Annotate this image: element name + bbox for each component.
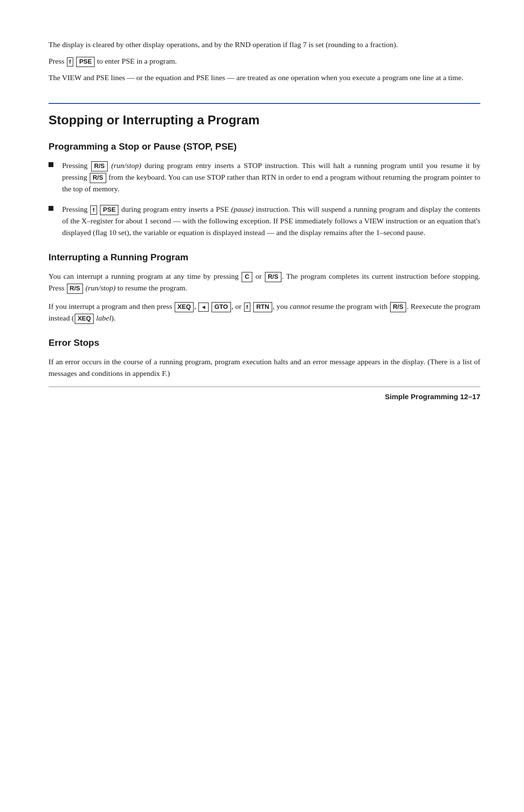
bullet-list-stop-pause: Pressing R/S (run/stop) during program e… <box>49 160 480 238</box>
footer-rule <box>49 387 480 387</box>
page-container: The display is cleared by other display … <box>0 0 524 425</box>
bullet-text-2: Pressing f PSE during program entry inse… <box>62 203 480 238</box>
bullet-icon-2 <box>49 206 53 211</box>
key-pse-2: PSE <box>100 205 118 215</box>
or-text-1: or <box>255 272 262 280</box>
key-rs-1: R/S <box>91 161 108 171</box>
italic-cannot: cannot <box>290 302 310 310</box>
key-pse-1: PSE <box>76 57 95 67</box>
intro-para-3: The VIEW and PSE lines — or the equation… <box>49 72 480 84</box>
subsection-title-interrupting: Interrupting a Running Program <box>49 252 480 263</box>
key-gto: GTO <box>212 302 231 312</box>
list-item: Pressing R/S (run/stop) during program e… <box>49 160 480 195</box>
italic-pause: (pause) <box>231 205 254 213</box>
italic-label: label <box>96 314 111 322</box>
key-rs-4: R/S <box>67 284 83 294</box>
press-suffix: to enter PSE in a program. <box>97 57 177 65</box>
key-f-3: f <box>244 303 251 311</box>
key-f-2: f <box>90 205 97 214</box>
error-stops-para: If an error occurs in the course of a ru… <box>49 356 480 379</box>
or-text-2: or <box>235 302 242 310</box>
key-xeq-2: XEQ <box>75 314 94 324</box>
key-c: C <box>242 272 252 282</box>
press-label: Press <box>49 57 66 65</box>
key-rtn: RTN <box>253 302 272 312</box>
section-title: Stopping or Interrupting a Program <box>49 113 480 128</box>
key-f-1: f <box>67 57 74 66</box>
subsection-title-error-stops: Error Stops <box>49 338 480 348</box>
bullet-text-1: Pressing R/S (run/stop) during program e… <box>62 160 480 195</box>
press-line: Press f PSE to enter PSE in a program. <box>49 55 480 67</box>
footer-label: Simple Programming 12–17 <box>385 392 480 401</box>
italic-run-stop-1: (run/stop) <box>111 161 141 169</box>
intro-para-1: The display is cleared by other display … <box>49 39 480 51</box>
key-rs-2: R/S <box>90 173 106 183</box>
bullet-icon-1 <box>49 162 53 167</box>
footer: Simple Programming 12–17 <box>385 392 480 401</box>
section-divider <box>49 103 480 104</box>
subsection-title-stop-pause: Programming a Stop or Pause (STOP, PSE) <box>49 141 480 152</box>
key-xeq-1: XEQ <box>175 302 194 312</box>
italic-run-stop-2: (run/stop) <box>85 284 115 292</box>
key-rs-5: R/S <box>390 302 407 312</box>
list-item: Pressing f PSE during program entry inse… <box>49 203 480 238</box>
interrupting-para-1: You can interrupt a running program at a… <box>49 271 480 294</box>
interrupting-para-2: If you interrupt a program and then pres… <box>49 301 480 324</box>
key-back: ◄ <box>198 303 209 311</box>
key-rs-3: R/S <box>265 272 281 282</box>
